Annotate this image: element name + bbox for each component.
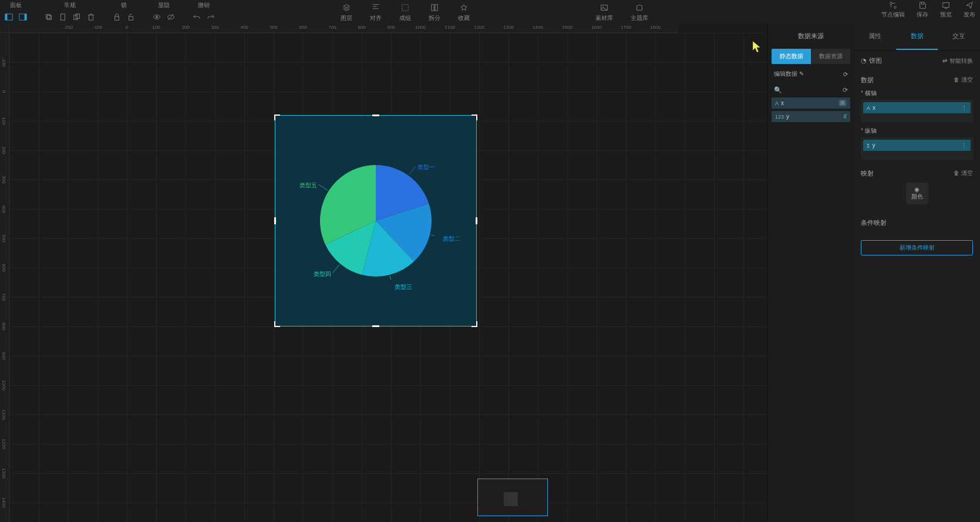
mapping-section-label: 映射: [861, 169, 874, 178]
clear-mapping-button[interactable]: 🗑 清空: [954, 169, 973, 178]
svg-rect-9: [115, 16, 119, 20]
refresh-fields-icon[interactable]: ⟳: [843, 86, 848, 94]
resize-handle-t[interactable]: [372, 114, 379, 116]
x-axis-dropzone[interactable]: A x ⋮: [861, 100, 973, 122]
pill-more-icon[interactable]: ⋮: [961, 105, 967, 111]
field-y[interactable]: 123 y #: [772, 111, 850, 122]
pie-slice-label: 类型二: [443, 235, 460, 243]
svg-rect-10: [129, 16, 133, 20]
align-icon[interactable]: [372, 4, 380, 12]
right-panel: 数据来源 静态数据 数据资源 编辑数据 ✎ ⟳ 🔍 ⟳ A x 因 123 y: [767, 23, 980, 522]
group-label-theme: 主题库: [631, 14, 648, 22]
resize-handle-bl[interactable]: [274, 321, 280, 327]
resize-handle-l[interactable]: [274, 217, 276, 224]
pill-more-icon[interactable]: ⋮: [961, 142, 967, 149]
ruler-vertical: -100010020030040050060070080090010001100…: [0, 33, 9, 522]
tab-dynamic-data[interactable]: 数据资源: [811, 49, 850, 64]
group-label-group: 成组: [399, 14, 411, 22]
svg-line-29: [390, 276, 392, 279]
group-label-align: 对齐: [370, 14, 382, 22]
resize-handle-br[interactable]: [472, 321, 477, 327]
paste-icon[interactable]: [59, 13, 67, 21]
assets-icon[interactable]: [600, 4, 608, 12]
svg-line-30: [333, 265, 339, 273]
node-edit-button[interactable]: 节点编辑: [881, 1, 905, 19]
tab-static-data[interactable]: 静态数据: [772, 49, 811, 64]
svg-rect-5: [47, 15, 51, 19]
resize-handle-tl[interactable]: [274, 114, 280, 120]
svg-line-28: [431, 235, 435, 237]
resize-handle-r[interactable]: [476, 217, 477, 224]
y-axis-pill[interactable]: Σ y ⋮: [863, 140, 971, 151]
group-label-lock: 锁: [121, 1, 127, 9]
group-label-normal: 常规: [64, 1, 76, 9]
svg-rect-4: [46, 15, 50, 19]
duplicate-icon[interactable]: [73, 13, 81, 21]
x-axis-label: 横轴: [861, 89, 973, 97]
field-type-number-icon: #: [843, 113, 847, 120]
tab-interact[interactable]: 交互: [938, 23, 980, 50]
search-fields-icon[interactable]: 🔍: [774, 86, 782, 94]
group-label-favorite: 收藏: [458, 14, 470, 22]
svg-rect-19: [432, 5, 434, 11]
canvas[interactable]: 类型一类型二类型三类型四类型五: [9, 33, 767, 522]
x-axis-pill[interactable]: A x ⋮: [863, 102, 971, 113]
tab-attributes[interactable]: 属性: [854, 23, 896, 50]
panel-left-icon[interactable]: [5, 13, 13, 21]
theme-icon[interactable]: [635, 4, 644, 12]
publish-button[interactable]: 发布: [964, 1, 975, 19]
svg-point-23: [890, 2, 893, 5]
svg-rect-1: [5, 14, 8, 21]
minimap-viewport: [504, 492, 518, 506]
pie-slice-label: 类型三: [395, 283, 412, 291]
svg-point-12: [156, 16, 158, 18]
add-condition-mapping-button[interactable]: 新增条件映射: [861, 240, 973, 255]
properties-column: 属性 数据 交互 ◔ 饼图 ⇄ 智能转换 数据 🗑 清空 横轴: [854, 23, 980, 522]
pie-slice-label: 类型一: [417, 163, 435, 171]
group-label-assets: 素材库: [595, 14, 613, 22]
refresh-data-icon[interactable]: ⟳: [843, 71, 848, 78]
lock-icon[interactable]: [113, 13, 121, 21]
preview-button[interactable]: 预览: [940, 1, 952, 19]
svg-rect-6: [61, 14, 65, 21]
pie-chart-type-icon: ◔: [861, 57, 867, 65]
smart-switch-button[interactable]: ⇄ 智能转换: [942, 57, 973, 65]
clear-data-button[interactable]: 🗑 清空: [954, 76, 973, 85]
tab-data[interactable]: 数据: [896, 23, 938, 50]
resize-handle-tr[interactable]: [472, 114, 477, 120]
svg-line-31: [319, 184, 328, 190]
copy-icon[interactable]: [45, 13, 53, 21]
panel-right-icon[interactable]: [19, 13, 27, 21]
ruler-horizontal: -200-10001002003004005006007008009001000…: [9, 23, 678, 33]
unlock-icon[interactable]: [127, 13, 135, 21]
minimap[interactable]: [477, 479, 548, 516]
layer-dropdown-icon[interactable]: [342, 4, 351, 12]
favorite-icon[interactable]: [460, 4, 468, 12]
undo-icon[interactable]: [193, 13, 201, 21]
group-label-showhide: 显隐: [158, 1, 170, 9]
show-icon[interactable]: [153, 13, 161, 21]
svg-rect-18: [402, 5, 409, 11]
color-mapping-button[interactable]: ◉ 颜色: [906, 183, 928, 204]
ruler-corner: [0, 23, 9, 33]
cond-mapping-label: 条件映射: [861, 218, 887, 227]
group-icon[interactable]: [401, 4, 409, 12]
svg-rect-3: [25, 14, 27, 21]
group-label-panel: 面板: [10, 1, 22, 9]
hide-icon[interactable]: [167, 13, 175, 21]
svg-point-24: [894, 6, 897, 9]
y-axis-dropzone[interactable]: Σ y ⋮: [861, 137, 973, 160]
redo-icon[interactable]: [207, 13, 215, 21]
delete-icon[interactable]: [87, 13, 95, 21]
pie-chart-widget[interactable]: 类型一类型二类型三类型四类型五: [275, 115, 477, 326]
pie-slice-label: 类型四: [314, 270, 331, 278]
save-button[interactable]: 保存: [917, 1, 928, 19]
split-icon[interactable]: [430, 4, 439, 12]
svg-line-27: [409, 166, 416, 175]
color-wheel-icon: ◉: [914, 186, 920, 193]
group-label-undo: 撤销: [198, 1, 210, 9]
field-x[interactable]: A x 因: [772, 97, 850, 109]
resize-handle-b[interactable]: [372, 325, 379, 327]
svg-rect-25: [943, 3, 949, 8]
edit-data-button[interactable]: 编辑数据 ✎: [774, 70, 804, 78]
